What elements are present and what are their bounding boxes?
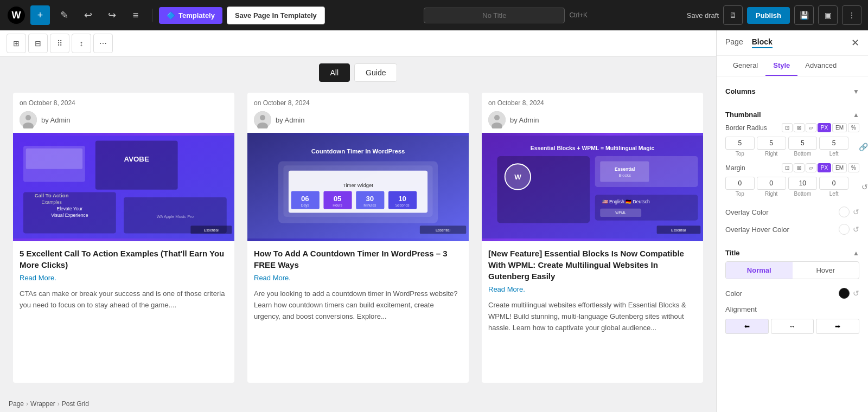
title-color-circle[interactable]	[839, 288, 850, 299]
title-section: Title ▲ Normal Hover Color ↺ Alignment	[725, 244, 859, 334]
templately-button[interactable]: 🔷 Templately	[159, 7, 222, 24]
svg-text:AVOBE: AVOBE	[124, 155, 149, 163]
menu-button[interactable]: ≡	[126, 5, 145, 25]
add-block-button[interactable]: +	[30, 5, 50, 25]
preview-button[interactable]: 🖥	[723, 5, 743, 25]
columns-chevron: ▼	[853, 88, 859, 95]
margin-unit-btn-icon1[interactable]: ⊡	[782, 163, 793, 172]
read-more-2[interactable]: Read More.	[247, 274, 469, 286]
post-card-3: on October 8, 2024 by Admin Essential Bl…	[482, 93, 703, 383]
margin-unit-btn-icon3[interactable]: ▱	[806, 163, 816, 172]
margin-right-input[interactable]	[757, 177, 786, 190]
border-right-wrap: Right	[757, 137, 786, 157]
color-label: Color	[725, 289, 742, 298]
align-center-button[interactable]: ↔	[771, 319, 814, 334]
tab-page[interactable]: Page	[725, 37, 743, 48]
border-unit-btn-icon3[interactable]: ▱	[806, 123, 816, 132]
panel-header: Page Block ✕	[717, 30, 868, 56]
save-templately-button[interactable]: Save Page In Templately	[227, 7, 325, 24]
link-corners-icon[interactable]: 🔗	[859, 143, 868, 151]
link-margin-icon[interactable]: ↺	[861, 183, 868, 191]
hover-button[interactable]: Hover	[793, 262, 859, 279]
toolbar-drag-button[interactable]: ⠿	[50, 34, 69, 53]
border-unit-percent[interactable]: %	[848, 123, 859, 132]
toolbar-layout-button[interactable]: ⊞	[7, 34, 26, 53]
overlay-reset-icon[interactable]: ↺	[853, 208, 859, 216]
border-unit-px[interactable]: PX	[818, 123, 831, 132]
overlay-hover-color-row: Overlay Hover Color ↺	[725, 221, 859, 238]
undo-icon: ↩	[84, 9, 92, 21]
overlay-color-circle[interactable]	[839, 207, 850, 217]
normal-button[interactable]: Normal	[726, 262, 793, 279]
margin-unit-percent[interactable]: %	[848, 163, 859, 172]
margin-left-input[interactable]	[819, 177, 848, 190]
post-title-2: How To Add A Countdown Timer In WordPres…	[247, 241, 469, 274]
svg-text:Essential: Essential	[436, 228, 450, 232]
margin-bottom-input[interactable]	[788, 177, 818, 190]
margin-unit-em[interactable]: EM	[832, 163, 847, 172]
svg-rect-8	[95, 141, 178, 190]
post-excerpt-1: CTAs can make or break your success and …	[13, 286, 234, 320]
margin-top-input[interactable]	[725, 177, 755, 190]
border-unit-btn-icon2[interactable]: ⊠	[794, 123, 805, 132]
tab-style[interactable]: Style	[765, 56, 797, 76]
save-draft-button[interactable]: Save draft	[687, 11, 719, 20]
post-grid: on October 8, 2024 by Admin Call To Acti…	[0, 84, 716, 396]
alignment-buttons: ⬅ ↔ ➡	[725, 319, 859, 334]
redo-button[interactable]: ↪	[102, 5, 122, 25]
border-left-input[interactable]	[819, 137, 848, 150]
panel-close-button[interactable]: ✕	[851, 37, 859, 49]
alignment-label: Alignment	[725, 305, 757, 313]
margin-right-wrap: Right	[757, 177, 786, 197]
border-unit-em[interactable]: EM	[832, 123, 847, 132]
title-color-row: Color ↺	[725, 285, 859, 302]
plus-icon: +	[37, 10, 43, 21]
breadcrumb-post-grid[interactable]: Post Grid	[62, 400, 89, 408]
toolbar-more-button[interactable]: ⋯	[93, 34, 113, 53]
post-meta-1: on October 8, 2024	[13, 93, 234, 109]
save-icon-button[interactable]: 💾	[794, 5, 814, 25]
overlay-hover-color-circle[interactable]	[839, 224, 850, 235]
tab-advanced[interactable]: Advanced	[797, 56, 844, 76]
list-icon: ⊟	[35, 39, 41, 48]
topbar-right: Save draft 🖥 Publish 💾 ▣ ⋮	[687, 5, 861, 25]
border-unit-btn-icon1[interactable]: ⊡	[782, 123, 793, 132]
toolbar-move-button[interactable]: ↕	[72, 34, 91, 53]
read-more-1[interactable]: Read More.	[13, 274, 234, 286]
svg-text:Essential: Essential	[204, 228, 219, 232]
margin-unit-buttons: ⊡ ⊠ ▱ PX EM %	[782, 163, 859, 172]
border-radius-label: Border Radius	[725, 124, 767, 132]
title-color-reset-icon[interactable]: ↺	[853, 289, 859, 298]
margin-row: Margin ⊡ ⊠ ▱ PX EM %	[725, 163, 859, 172]
border-top-input[interactable]	[725, 137, 755, 150]
thumbnail-header[interactable]: Thumbnail ▲	[725, 106, 859, 123]
tab-block[interactable]: Block	[752, 37, 773, 48]
align-left-button[interactable]: ⬅	[725, 319, 769, 334]
divider-1	[152, 9, 152, 22]
border-right-input[interactable]	[757, 137, 786, 150]
filter-guide-button[interactable]: Guide	[354, 63, 397, 82]
title-section-header[interactable]: Title ▲	[725, 244, 859, 261]
breadcrumb-page[interactable]: Page	[9, 400, 24, 408]
filter-all-button[interactable]: All	[319, 63, 350, 82]
undo-button[interactable]: ↩	[78, 5, 98, 25]
read-more-3[interactable]: Read More.	[482, 285, 703, 298]
tab-general[interactable]: General	[725, 56, 765, 76]
margin-unit-btn-icon2[interactable]: ⊠	[794, 163, 805, 172]
more-options-button[interactable]: ⋮	[842, 5, 861, 25]
overlay-hover-reset-icon[interactable]: ↺	[853, 225, 859, 234]
ellipsis-icon: ⋯	[99, 39, 107, 48]
settings-view-button[interactable]: ▣	[818, 5, 838, 25]
border-radius-group: Border Radius ⊡ ⊠ ▱ PX EM %	[725, 123, 859, 157]
margin-unit-px[interactable]: PX	[818, 163, 831, 172]
align-right-button[interactable]: ➡	[816, 319, 859, 334]
toolbar-type-button[interactable]: ⊟	[28, 34, 48, 53]
border-bottom-input[interactable]	[788, 137, 818, 150]
page-title-input[interactable]	[424, 8, 565, 23]
breadcrumb-wrapper[interactable]: Wrapper	[30, 400, 55, 408]
publish-button[interactable]: Publish	[747, 7, 790, 24]
edit-button[interactable]: ✎	[54, 5, 74, 25]
wp-logo[interactable]: W	[7, 5, 26, 25]
avatar-1	[20, 111, 37, 128]
columns-header[interactable]: Columns ▼	[725, 83, 859, 100]
